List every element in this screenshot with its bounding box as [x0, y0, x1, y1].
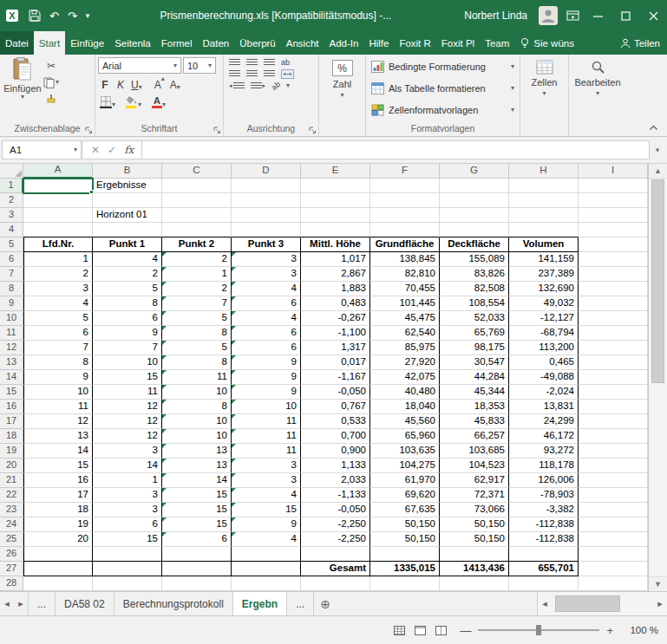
vertical-scroll-thumb[interactable]: [651, 179, 664, 383]
row-header-10[interactable]: 10: [0, 311, 23, 326]
clipboard-dialog-launcher-icon[interactable]: [85, 127, 93, 134]
cell-H23[interactable]: -3,382: [509, 503, 579, 517]
cell-H21[interactable]: 126,006: [509, 473, 579, 488]
cell-E18[interactable]: 0,700: [301, 429, 370, 444]
cell-C15[interactable]: 10: [162, 385, 232, 400]
decrease-font-button[interactable]: A▾: [168, 75, 182, 91]
ribbon-tab-überprü[interactable]: Überprü: [234, 31, 281, 55]
cell-B10[interactable]: 6: [93, 311, 162, 326]
ribbon-tab-foxit-pl[interactable]: Foxit Pl: [436, 31, 480, 55]
row-header-14[interactable]: 14: [0, 370, 23, 385]
format-as-table-button[interactable]: Als Tabelle formatieren ▾: [368, 78, 518, 99]
row-header-18[interactable]: 18: [0, 429, 23, 444]
cell-E11[interactable]: -1,100: [301, 326, 370, 341]
cell-A17[interactable]: 12: [23, 414, 93, 429]
row-header-6[interactable]: 6: [0, 252, 23, 267]
cell-G25[interactable]: 50,150: [440, 532, 509, 547]
align-middle-icon[interactable]: [246, 59, 258, 67]
cell-D23[interactable]: 15: [232, 503, 301, 517]
cell-F11[interactable]: 62,540: [370, 326, 440, 341]
cell-I7[interactable]: [579, 267, 648, 282]
decrease-indent-icon[interactable]: ◂: [229, 82, 245, 90]
align-bottom-icon[interactable]: [264, 59, 275, 67]
cell-D12[interactable]: 6: [232, 341, 301, 355]
cell-B12[interactable]: 7: [93, 341, 162, 355]
ribbon-tab-einfüge[interactable]: Einfüge: [65, 31, 109, 55]
cell-G2[interactable]: [440, 193, 509, 208]
cell-D26[interactable]: [232, 547, 301, 562]
cell-H7[interactable]: 237,389: [509, 267, 579, 282]
cell-B21[interactable]: 1: [93, 473, 162, 488]
cell-D10[interactable]: 4: [232, 311, 301, 326]
row-header-28[interactable]: 28: [0, 576, 23, 591]
cell-D1[interactable]: [232, 179, 301, 193]
cell-I13[interactable]: [579, 355, 648, 370]
fill-handle[interactable]: [89, 190, 94, 194]
cell-D18[interactable]: 11: [232, 429, 301, 444]
column-header-B[interactable]: B: [93, 164, 162, 179]
alignment-dialog-launcher-icon[interactable]: [309, 127, 317, 134]
cell-G14[interactable]: 44,284: [440, 370, 509, 385]
cell-F6[interactable]: 138,845: [370, 252, 440, 267]
cell-G22[interactable]: 72,371: [440, 488, 509, 503]
row-header-24[interactable]: 24: [0, 517, 23, 532]
cell-F2[interactable]: [370, 193, 440, 208]
cell-A25[interactable]: 20: [23, 532, 93, 547]
page-break-view-button[interactable]: [430, 621, 451, 639]
cell-C11[interactable]: 8: [162, 326, 232, 341]
ribbon-display-options-button[interactable]: [566, 10, 579, 22]
cell-E1[interactable]: [301, 179, 370, 193]
cell-E10[interactable]: -0,267: [301, 311, 370, 326]
cell-A5[interactable]: Lfd.Nr.: [23, 237, 93, 252]
cell-H22[interactable]: -78,903: [509, 488, 579, 503]
cell-H20[interactable]: 118,178: [509, 459, 579, 473]
cell-E26[interactable]: [301, 547, 370, 562]
cell-H4[interactable]: [509, 223, 579, 237]
cell-D4[interactable]: [232, 223, 301, 237]
row-header-5[interactable]: 5: [0, 237, 23, 252]
cell-G20[interactable]: 104,523: [440, 459, 509, 473]
save-button[interactable]: [29, 10, 41, 22]
cell-G17[interactable]: 45,833: [440, 414, 509, 429]
cell-F10[interactable]: 45,475: [370, 311, 440, 326]
cell-H6[interactable]: 141,159: [509, 252, 579, 267]
cell-I26[interactable]: [579, 547, 648, 562]
cell-D16[interactable]: 10: [232, 400, 301, 414]
cell-H5[interactable]: Volumen: [509, 237, 579, 252]
cell-B24[interactable]: 6: [93, 517, 162, 532]
cell-E9[interactable]: 0,483: [301, 296, 370, 311]
cell-D9[interactable]: 6: [232, 296, 301, 311]
cell-C25[interactable]: 6: [162, 532, 232, 547]
cell-E12[interactable]: 1,317: [301, 341, 370, 355]
cell-H2[interactable]: [509, 193, 579, 208]
cell-G4[interactable]: [440, 223, 509, 237]
ribbon-tab-add-in[interactable]: Add-In: [324, 31, 363, 55]
row-header-19[interactable]: 19: [0, 444, 23, 459]
zoom-out-button[interactable]: —: [460, 624, 471, 637]
ribbon-tab-team[interactable]: Team: [480, 31, 514, 55]
cell-B27[interactable]: [93, 562, 162, 576]
cell-H19[interactable]: 93,272: [509, 444, 579, 459]
sheet-tab-ergebn[interactable]: Ergebn: [233, 592, 287, 615]
cell-C3[interactable]: [162, 208, 232, 223]
cell-I4[interactable]: [579, 223, 648, 237]
cell-E25[interactable]: -2,250: [301, 532, 370, 547]
cell-D11[interactable]: 6: [232, 326, 301, 341]
cell-I23[interactable]: [579, 503, 648, 517]
cell-G16[interactable]: 18,353: [440, 400, 509, 414]
cell-D28[interactable]: [232, 576, 301, 591]
cell-G27[interactable]: 1413,436: [440, 562, 509, 576]
cell-F18[interactable]: 65,960: [370, 429, 440, 444]
cell-B4[interactable]: [93, 223, 162, 237]
cell-E16[interactable]: 0,767: [301, 400, 370, 414]
cell-D20[interactable]: 3: [232, 459, 301, 473]
cell-F23[interactable]: 67,635: [370, 503, 440, 517]
column-header-F[interactable]: F: [370, 164, 440, 179]
user-avatar[interactable]: [539, 6, 558, 25]
hscroll-left-arrow[interactable]: ◂: [538, 598, 552, 609]
ribbon-tab-seitenla[interactable]: Seitenla: [109, 31, 156, 55]
cell-C16[interactable]: 8: [162, 400, 232, 414]
cell-I15[interactable]: [579, 385, 648, 400]
cell-D14[interactable]: 9: [232, 370, 301, 385]
cell-A23[interactable]: 18: [23, 503, 93, 517]
